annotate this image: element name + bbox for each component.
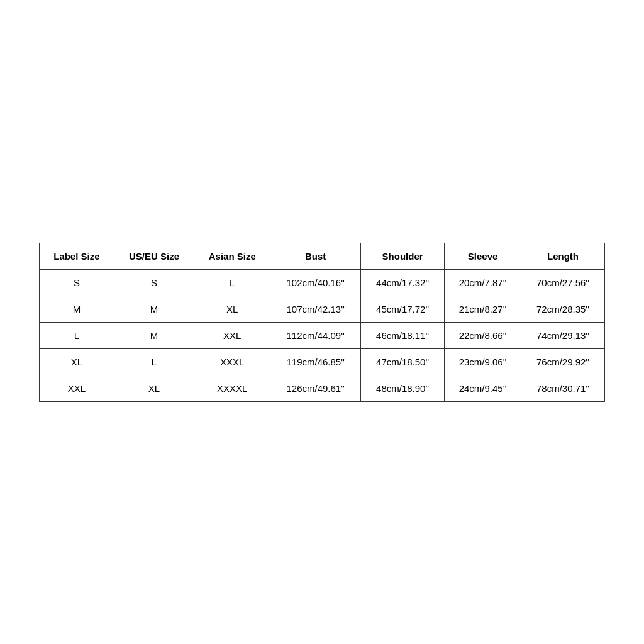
cell-row1-col4: 45cm/17.72'' (361, 296, 445, 322)
cell-row0-col6: 70cm/27.56'' (521, 269, 605, 296)
cell-row0-col1: S (114, 269, 194, 296)
cell-row0-col3: 102cm/40.16'' (270, 269, 361, 296)
cell-row4-col2: XXXXL (194, 375, 270, 401)
table-header-row: Label SizeUS/EU SizeAsian SizeBustShould… (40, 243, 605, 269)
header-sleeve: Sleeve (445, 243, 521, 269)
cell-row2-col0: L (40, 322, 114, 348)
cell-row2-col2: XXL (194, 322, 270, 348)
table-row: XXLXLXXXXL126cm/49.61''48cm/18.90''24cm/… (40, 375, 605, 401)
cell-row0-col0: S (40, 269, 114, 296)
header-label-size: Label Size (40, 243, 114, 269)
table-row: LMXXL112cm/44.09''46cm/18.11''22cm/8.66'… (40, 322, 605, 348)
cell-row4-col1: XL (114, 375, 194, 401)
cell-row4-col6: 78cm/30.71'' (521, 375, 605, 401)
cell-row2-col6: 74cm/29.13'' (521, 322, 605, 348)
cell-row4-col4: 48cm/18.90'' (361, 375, 445, 401)
cell-row3-col1: L (114, 348, 194, 375)
cell-row1-col1: M (114, 296, 194, 322)
cell-row3-col6: 76cm/29.92'' (521, 348, 605, 375)
cell-row4-col5: 24cm/9.45'' (445, 375, 521, 401)
cell-row1-col5: 21cm/8.27'' (445, 296, 521, 322)
header-bust: Bust (270, 243, 361, 269)
cell-row1-col2: XL (194, 296, 270, 322)
cell-row3-col0: XL (40, 348, 114, 375)
cell-row0-col5: 20cm/7.87'' (445, 269, 521, 296)
cell-row2-col4: 46cm/18.11'' (361, 322, 445, 348)
table-row: SSL102cm/40.16''44cm/17.32''20cm/7.87''7… (40, 269, 605, 296)
cell-row3-col4: 47cm/18.50'' (361, 348, 445, 375)
header-us-eu-size: US/EU Size (114, 243, 194, 269)
cell-row0-col2: L (194, 269, 270, 296)
cell-row3-col5: 23cm/9.06'' (445, 348, 521, 375)
cell-row3-col3: 119cm/46.85'' (270, 348, 361, 375)
cell-row2-col5: 22cm/8.66'' (445, 322, 521, 348)
header-asian-size: Asian Size (194, 243, 270, 269)
table-row: XLLXXXL119cm/46.85''47cm/18.50''23cm/9.0… (40, 348, 605, 375)
table-body: SSL102cm/40.16''44cm/17.32''20cm/7.87''7… (40, 269, 605, 401)
cell-row1-col6: 72cm/28.35'' (521, 296, 605, 322)
cell-row4-col0: XXL (40, 375, 114, 401)
cell-row2-col3: 112cm/44.09'' (270, 322, 361, 348)
size-chart-container: Label SizeUS/EU SizeAsian SizeBustShould… (39, 243, 605, 402)
header-length: Length (521, 243, 605, 269)
cell-row2-col1: M (114, 322, 194, 348)
table-row: MMXL107cm/42.13''45cm/17.72''21cm/8.27''… (40, 296, 605, 322)
size-chart-table: Label SizeUS/EU SizeAsian SizeBustShould… (39, 243, 605, 402)
cell-row3-col2: XXXL (194, 348, 270, 375)
cell-row4-col3: 126cm/49.61'' (270, 375, 361, 401)
cell-row0-col4: 44cm/17.32'' (361, 269, 445, 296)
cell-row1-col3: 107cm/42.13'' (270, 296, 361, 322)
cell-row1-col0: M (40, 296, 114, 322)
header-shoulder: Shoulder (361, 243, 445, 269)
